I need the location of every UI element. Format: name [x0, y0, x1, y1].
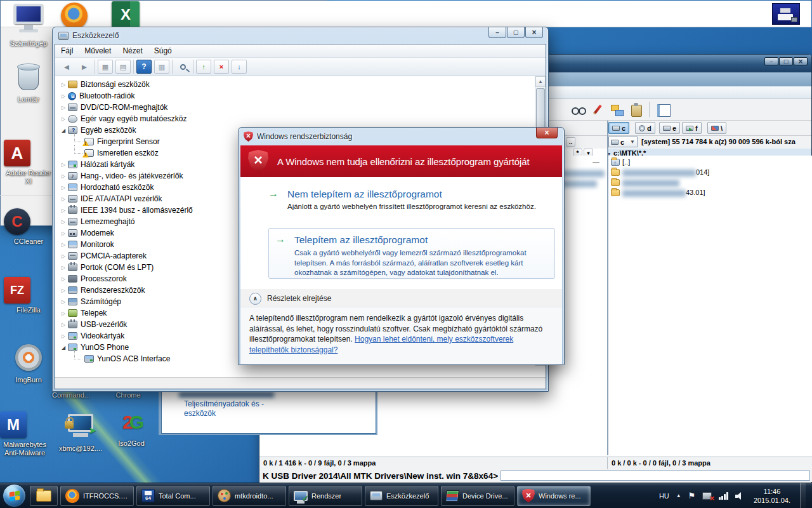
panel-divider[interactable]	[607, 121, 608, 455]
performance-tools-link[interactable]: Teljesítményadatok és -eszközök	[184, 399, 292, 418]
forward-icon[interactable]: ►	[77, 60, 92, 74]
desktop-icon-ccleaner[interactable]: C CCleaner	[4, 208, 53, 246]
minimize-button[interactable]	[764, 57, 778, 65]
minimize-button[interactable]	[488, 27, 506, 38]
command-input[interactable]	[501, 471, 810, 481]
search-icon[interactable]	[569, 102, 586, 117]
expand-icon[interactable]	[59, 333, 68, 339]
notepad-icon[interactable]	[654, 102, 671, 117]
tree-item-mouse[interactable]: Egér vagy egyéb mutatóeszköz	[55, 113, 535, 124]
multi-rename-icon[interactable]	[589, 102, 605, 117]
menu-file[interactable]: Fájl	[55, 46, 79, 55]
console-tree-icon[interactable]: ▦	[98, 60, 113, 74]
taskbar-clock[interactable]: 11:46 2015.01.04.	[754, 487, 790, 505]
action-pane-icon[interactable]: ▥	[154, 60, 169, 74]
drive-button-d[interactable]: d	[635, 122, 655, 134]
sync-dirs-icon[interactable]	[608, 102, 625, 117]
help-icon[interactable]: ?	[136, 60, 152, 74]
expand-icon[interactable]	[59, 242, 68, 248]
expand-icon[interactable]	[59, 276, 68, 282]
update-driver-icon[interactable]: ↑	[196, 60, 211, 74]
expand-icon[interactable]	[59, 311, 68, 316]
close-button[interactable]	[794, 57, 808, 65]
show-desktop-button[interactable]	[800, 483, 806, 508]
scan-hardware-icon[interactable]	[175, 60, 190, 74]
expand-icon[interactable]	[59, 231, 68, 236]
file-row-folder[interactable]: 014]<D	[611, 168, 812, 178]
language-indicator[interactable]: HU	[659, 492, 669, 500]
dialog-titlebar[interactable]: Windows rendszerbiztonság	[239, 128, 564, 145]
properties-icon[interactable]: ▤	[115, 60, 131, 74]
desktop-icon-filezilla[interactable]: FZ FileZilla	[4, 277, 53, 314]
tree-item-security-devices[interactable]: Biztonsági eszközök	[55, 79, 535, 90]
network-disconnected-icon[interactable]	[702, 492, 712, 500]
tree-item-dvd[interactable]: DVD/CD-ROM-meghajtók	[55, 102, 535, 113]
expand-icon[interactable]	[59, 265, 68, 271]
taskbar-button-firefox[interactable]: ITFRÖCCS.H...	[60, 486, 134, 506]
dont-install-option[interactable]: → Nem telepítem az illesztőprogramot Ajá…	[268, 189, 536, 210]
expand-icon[interactable]	[59, 116, 68, 122]
expand-icon[interactable]	[59, 299, 68, 305]
expand-icon[interactable]	[59, 208, 68, 213]
desktop-icon-recycle-bin[interactable]: Lomtár	[4, 66, 53, 104]
desktop-icon-iso2god[interactable]: 2G Iso2God	[107, 411, 156, 448]
expand-icon[interactable]	[59, 105, 68, 110]
drive-button-f[interactable]: f	[682, 122, 702, 134]
desktop-icon-malwarebytes[interactable]: M Malwarebytes Anti-Malware	[0, 411, 49, 457]
collapse-icon[interactable]	[59, 128, 68, 133]
desktop-icon-imgburn[interactable]: ImgBurn	[4, 344, 53, 384]
expand-icon[interactable]	[59, 253, 68, 259]
expand-icon[interactable]	[59, 288, 68, 293]
close-icon[interactable]	[536, 128, 558, 138]
desktop-icon-computer[interactable]: Számítógép	[4, 4, 53, 48]
collapse-details-icon[interactable]	[249, 293, 261, 305]
scroll-up-icon[interactable]: ▲	[535, 76, 546, 87]
action-center-icon[interactable]: ⚑	[688, 491, 696, 500]
file-row-folder[interactable]: <D	[611, 178, 812, 188]
tree-item-bluetooth[interactable]: Bluetooth-rádiók	[55, 90, 535, 102]
taskbar-button-windows-security[interactable]: Windows re...	[517, 486, 591, 506]
menu-action[interactable]: Művelet	[79, 46, 117, 55]
disable-device-icon[interactable]: ↓	[232, 60, 247, 74]
parent-dir-button[interactable]: ..	[566, 137, 575, 147]
expand-icon[interactable]	[59, 82, 68, 88]
taskbar-button-driver-installer[interactable]: Device Drive...	[441, 486, 514, 506]
uninstall-device-icon[interactable]: ×	[214, 60, 229, 74]
taskbar-button-device-manager[interactable]: Eszközkezelő	[365, 486, 438, 506]
back-icon[interactable]: ◄	[59, 60, 74, 74]
drive-button-e[interactable]: e	[659, 122, 680, 134]
maximize-button[interactable]	[779, 57, 793, 65]
expand-icon[interactable]	[59, 173, 68, 179]
taskbar-button-total-commander[interactable]: Total Com...	[136, 486, 210, 506]
collapse-icon[interactable]	[59, 345, 68, 351]
maximize-button[interactable]	[507, 27, 525, 38]
show-hidden-icons-button[interactable]: ▲	[676, 493, 681, 498]
details-toggle-bar[interactable]: Részletek elrejtése	[240, 290, 562, 307]
menu-help[interactable]: Súgó	[148, 46, 178, 55]
close-button[interactable]	[525, 27, 543, 38]
file-row-up[interactable]: [..]<D	[611, 157, 812, 168]
taskbar-button-mtkdroidtools[interactable]: mtkdroidto...	[213, 486, 286, 506]
desktop-icon-excel[interactable]: X	[112, 1, 143, 28]
expand-icon[interactable]	[59, 185, 68, 190]
start-button[interactable]	[3, 484, 26, 507]
expand-icon[interactable]	[59, 219, 68, 225]
desktop-icon-adobe-reader[interactable]: A Adobe Reader XI	[4, 140, 53, 185]
taskbar-explorer-button[interactable]	[30, 486, 58, 506]
drive-button-network[interactable]: \	[707, 122, 726, 134]
taskbar-button-system[interactable]: Rendszer	[289, 486, 362, 506]
menu-view[interactable]: Nézet	[117, 46, 148, 55]
expand-icon[interactable]	[59, 93, 68, 99]
drive-button-c[interactable]: c	[608, 122, 629, 134]
drive-combobox[interactable]: c▼	[608, 137, 638, 147]
desktop-icon-xbmc[interactable]: ➤ xbmc@192....	[56, 414, 105, 453]
volume-icon[interactable]	[735, 492, 744, 500]
file-row-folder[interactable]: 43.01]<D	[611, 188, 812, 198]
signal-strength-icon[interactable]	[719, 492, 728, 500]
expand-icon[interactable]	[59, 162, 68, 168]
expand-icon[interactable]	[59, 196, 68, 202]
expand-icon[interactable]	[59, 322, 68, 328]
device-manager-titlebar[interactable]: Eszközkezelő	[53, 27, 548, 44]
install-option[interactable]: → Telepítem az illesztőprogramot Csak a …	[268, 228, 555, 279]
clipboard-icon[interactable]	[628, 102, 645, 117]
